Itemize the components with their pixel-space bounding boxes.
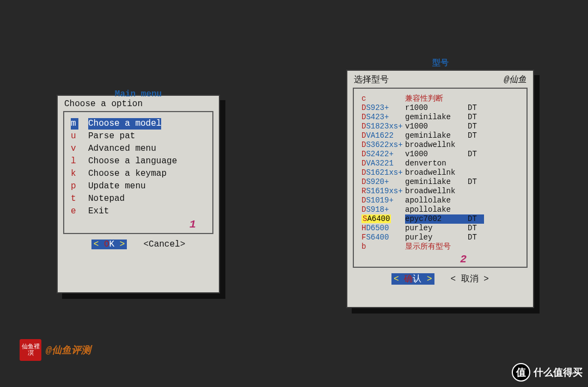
menu-label: Choose a language xyxy=(88,156,177,167)
model-key: DS1621xs+ xyxy=(362,168,405,177)
model-key: DS918+ xyxy=(362,205,405,214)
main-menu-list: mChoose a modeluParse patvAdvanced menul… xyxy=(63,111,213,234)
model-key: DVA3221 xyxy=(362,159,405,168)
menu-hotkey: m xyxy=(71,118,78,130)
main-menu-dialog: Main menu Choose a option mChoose a mode… xyxy=(57,95,220,293)
model-dt xyxy=(468,205,484,214)
model-select-header: 选择型号 @仙鱼 xyxy=(347,71,533,88)
watermark: 仙鱼裡凕 @仙鱼评测 xyxy=(20,339,91,361)
ok-button[interactable]: < OK > xyxy=(91,239,127,249)
author-label: @仙鱼 xyxy=(504,74,526,85)
model-arch: denverton xyxy=(405,159,468,168)
model-item[interactable]: DS918+apollolake xyxy=(358,205,522,214)
seal-icon: 仙鱼裡凕 xyxy=(20,339,41,361)
model-dt: DT xyxy=(468,214,484,224)
menu-hotkey: p xyxy=(71,181,78,192)
model-item[interactable]: DS1823xs+v1000DT xyxy=(358,122,522,131)
site-brand: 值 什么值得买 xyxy=(512,363,583,382)
menu-hotkey: v xyxy=(71,143,78,155)
menu-hotkey: t xyxy=(71,193,78,205)
model-arch: epyc7002 xyxy=(405,214,468,224)
menu-label: Choose a keymap xyxy=(88,168,167,180)
model-item[interactable]: c兼容性判断 xyxy=(358,94,522,103)
model-dt: DT xyxy=(468,224,484,233)
model-key: DVA1622 xyxy=(362,131,405,140)
model-item[interactable]: FS6400purleyDT xyxy=(358,233,522,242)
model-key: c xyxy=(362,94,405,103)
menu-hotkey: k xyxy=(71,168,78,180)
model-select-outer-title: 型号 xyxy=(347,58,533,68)
model-key: DS920+ xyxy=(362,177,405,187)
model-arch: r1000 xyxy=(405,103,468,113)
ok-button[interactable]: < 确认 > xyxy=(391,273,434,285)
model-item[interactable]: HD6500purleyDT xyxy=(358,224,522,233)
model-item[interactable]: DS2422+v1000DT xyxy=(358,150,522,159)
cancel-button[interactable]: < 取消 > xyxy=(451,273,489,285)
model-item[interactable]: DS3622xs+broadwellnk xyxy=(358,140,522,150)
menu-item[interactable]: eExit xyxy=(69,205,208,218)
model-select-dialog: 型号 选择型号 @仙鱼 c兼容性判断DS923+r1000DTDS423+gem… xyxy=(346,70,534,308)
model-item[interactable]: DS1621xs+broadwellnk xyxy=(358,168,522,177)
model-dt: DT xyxy=(468,131,484,140)
menu-hotkey: u xyxy=(71,131,78,142)
model-item[interactable]: DS920+geminilakeDT xyxy=(358,177,522,187)
model-dt xyxy=(468,168,484,177)
menu-item[interactable]: vAdvanced menu xyxy=(69,143,208,155)
cancel-button[interactable]: <Cancel> xyxy=(143,239,185,249)
model-dt: DT xyxy=(468,177,484,187)
main-menu-buttons: < OK > <Cancel> xyxy=(58,234,219,256)
model-dt xyxy=(468,94,484,103)
model-key: DS1823xs+ xyxy=(362,122,405,131)
menu-label: Exit xyxy=(88,206,109,217)
menu-label: Update menu xyxy=(88,181,146,192)
model-key: b xyxy=(362,242,405,251)
model-key: DS423+ xyxy=(362,113,405,122)
brand-text: 什么值得买 xyxy=(534,366,583,379)
model-arch: v1000 xyxy=(405,122,468,131)
model-arch: broadwellnk xyxy=(405,168,468,177)
main-menu-title: Main menu xyxy=(58,89,219,99)
model-select-buttons: < 确认 > < 取消 > xyxy=(347,268,533,291)
model-item[interactable]: DS1019+apollolake xyxy=(358,196,522,205)
annotation-number-2: 2 xyxy=(460,253,467,266)
model-item[interactable]: DS423+geminilakeDT xyxy=(358,113,522,122)
model-dt xyxy=(468,242,484,251)
model-key: FS6400 xyxy=(362,233,405,242)
model-item[interactable]: SA6400epyc7002DT xyxy=(358,214,522,224)
model-arch: broadwellnk xyxy=(405,187,468,196)
model-dt: DT xyxy=(468,150,484,159)
model-key: DS3622xs+ xyxy=(362,140,405,150)
model-dt: DT xyxy=(468,233,484,242)
menu-item[interactable]: pUpdate menu xyxy=(69,180,208,193)
model-select-subtitle: 选择型号 xyxy=(354,74,389,85)
menu-item[interactable]: lChoose a language xyxy=(69,155,208,168)
model-item[interactable]: RS1619xs+broadwellnk xyxy=(358,187,522,196)
menu-item[interactable]: kChoose a keymap xyxy=(69,168,208,180)
model-item[interactable]: DS923+r1000DT xyxy=(358,103,522,113)
model-key: RS1619xs+ xyxy=(362,187,405,196)
model-arch: geminilake xyxy=(405,131,468,140)
model-arch: purley xyxy=(405,233,468,242)
model-key: HD6500 xyxy=(362,224,405,233)
menu-label: Notepad xyxy=(88,193,125,205)
watermark-text: @仙鱼评测 xyxy=(46,343,91,357)
model-arch: apollolake xyxy=(405,205,468,214)
model-key: DS2422+ xyxy=(362,150,405,159)
model-arch: geminilake xyxy=(405,113,468,122)
menu-label: Parse pat xyxy=(88,131,135,142)
menu-item[interactable]: uParse pat xyxy=(69,130,208,143)
model-dt: DT xyxy=(468,113,484,122)
menu-item[interactable]: tNotepad xyxy=(69,193,208,205)
menu-item[interactable]: mChoose a model xyxy=(69,118,208,130)
model-item[interactable]: b显示所有型号 xyxy=(358,242,522,251)
menu-label: Choose a model xyxy=(88,118,161,130)
model-dt xyxy=(468,159,484,168)
model-arch: purley xyxy=(405,224,468,233)
model-item[interactable]: DVA3221denverton xyxy=(358,159,522,168)
model-item[interactable]: DVA1622geminilakeDT xyxy=(358,131,522,140)
model-arch: apollolake xyxy=(405,196,468,205)
model-dt xyxy=(468,196,484,205)
model-arch: 兼容性判断 xyxy=(405,94,468,103)
model-dt xyxy=(468,187,484,196)
model-arch: broadwellnk xyxy=(405,140,468,150)
